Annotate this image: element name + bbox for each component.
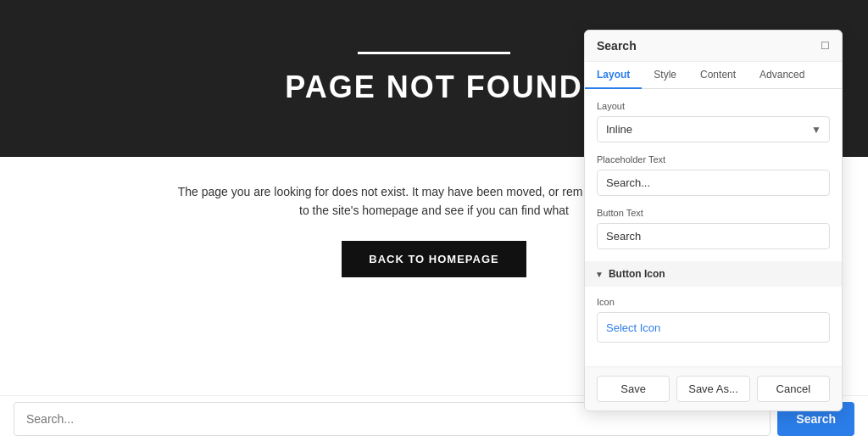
search-settings-panel: Search ☐ Layout Style Content Advanced L…: [584, 30, 843, 411]
save-button[interactable]: Save: [597, 376, 670, 402]
save-as-button[interactable]: Save As...: [676, 376, 749, 402]
icon-field-container: Select Icon: [597, 312, 830, 343]
layout-select[interactable]: Inline Block Stacked: [597, 116, 830, 142]
tab-advanced[interactable]: Advanced: [748, 62, 816, 89]
layout-select-wrapper: Inline Block Stacked ▼: [597, 116, 830, 142]
placeholder-text-input[interactable]: [597, 170, 830, 196]
select-icon-link[interactable]: Select Icon: [606, 321, 660, 334]
panel-body: Layout Inline Block Stacked ▼ Placeholde…: [585, 89, 842, 366]
cancel-button[interactable]: Cancel: [757, 376, 830, 402]
button-icon-section-label: Button Icon: [609, 268, 665, 280]
chevron-down-icon: ▼: [595, 270, 604, 279]
page-not-found-title: PAGE NOT FOUND: [285, 70, 582, 105]
layout-field-label: Layout: [597, 101, 830, 111]
tab-layout[interactable]: Layout: [585, 62, 642, 89]
maximize-icon[interactable]: ☐: [821, 40, 830, 52]
panel-title: Search: [597, 39, 637, 53]
top-decorative-line: [358, 52, 510, 54]
tab-style[interactable]: Style: [642, 62, 688, 89]
button-text-label: Button Text: [597, 208, 830, 218]
panel-footer: Save Save As... Cancel: [585, 366, 842, 410]
panel-tabs: Layout Style Content Advanced: [585, 62, 842, 89]
placeholder-text-label: Placeholder Text: [597, 154, 830, 165]
panel-header: Search ☐: [585, 31, 842, 62]
icon-field-label: Icon: [597, 297, 830, 307]
button-icon-section[interactable]: ▼ Button Icon: [585, 261, 842, 287]
back-to-homepage-button[interactable]: BACK TO HOMEPAGE: [342, 241, 526, 277]
tab-content[interactable]: Content: [688, 62, 748, 89]
button-text-input[interactable]: [597, 223, 830, 249]
